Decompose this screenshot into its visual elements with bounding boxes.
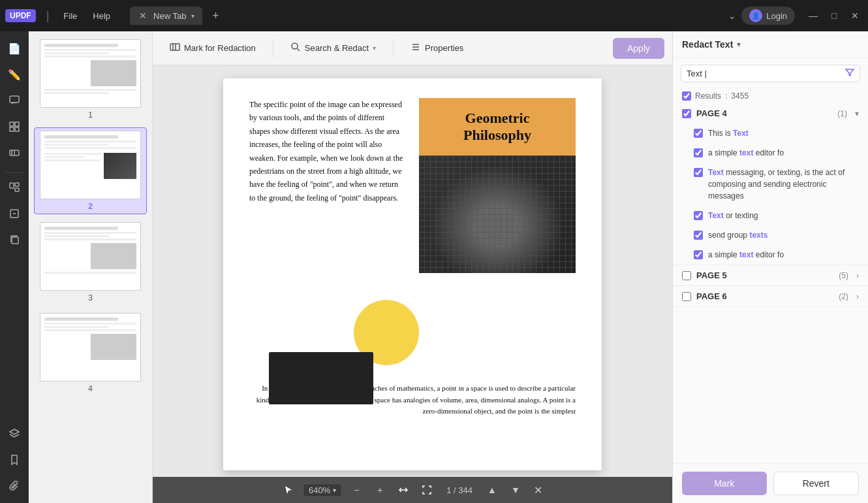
- page-group-header-4[interactable]: PAGE 4 (1) ▾: [673, 103, 868, 123]
- mark-redaction-icon: [170, 42, 180, 54]
- result-item[interactable]: This is Text: [673, 123, 868, 143]
- apply-button[interactable]: Apply: [613, 38, 664, 59]
- svg-rect-3: [10, 127, 14, 131]
- result-item[interactable]: Text or texting: [673, 206, 868, 225]
- result-3-text: Text messaging, or texting, is the act o…: [708, 167, 859, 202]
- search-redact-dropdown-icon[interactable]: ▾: [373, 44, 376, 52]
- sidebar-item-attachment[interactable]: [3, 474, 26, 498]
- mark-for-redaction-button[interactable]: Mark for Redaction: [161, 38, 265, 58]
- page-5-chevron-icon[interactable]: ›: [856, 271, 859, 280]
- tab-dropdown-icon[interactable]: ▾: [191, 12, 194, 20]
- minimize-button[interactable]: —: [805, 8, 821, 24]
- thumb-number-3: 3: [88, 293, 93, 302]
- thumbnail-3[interactable]: 3: [34, 219, 147, 305]
- sidebar-item-bookmark[interactable]: [3, 448, 26, 472]
- new-tab[interactable]: ✕ New Tab ▾: [130, 7, 202, 25]
- sidebar-icons: 📄 ✏️: [0, 31, 29, 503]
- thumb-img-2: [40, 131, 141, 199]
- result-4-text: Text or texting: [708, 210, 758, 221]
- thumbnail-4[interactable]: 4: [34, 310, 147, 396]
- zoom-in-button[interactable]: +: [371, 481, 389, 499]
- page-group-header-5[interactable]: PAGE 5 (5) ›: [673, 265, 868, 285]
- zoom-dropdown-icon[interactable]: ▾: [333, 487, 336, 494]
- svg-rect-8: [10, 183, 14, 188]
- titlebar-menu: File Help: [57, 8, 117, 24]
- page-5-checkbox[interactable]: [682, 271, 691, 280]
- bottom-close-button[interactable]: ✕: [530, 482, 546, 498]
- fit-width-button[interactable]: [394, 481, 412, 499]
- mark-button[interactable]: Mark: [682, 472, 767, 495]
- properties-button[interactable]: Properties: [401, 38, 473, 58]
- zoom-out-button[interactable]: −: [347, 481, 365, 499]
- login-label: Login: [766, 11, 787, 21]
- result-5-checkbox[interactable]: [694, 231, 703, 240]
- properties-icon: [411, 42, 421, 54]
- page-6-chevron-icon[interactable]: ›: [856, 292, 859, 301]
- result-4-checkbox[interactable]: [694, 211, 703, 220]
- toolbar-divider-1: [273, 39, 273, 57]
- page-6-count: (2): [839, 292, 848, 301]
- sidebar-item-copy[interactable]: [3, 228, 26, 252]
- right-panel-header: Redact Text ▾: [673, 31, 868, 58]
- maximize-button[interactable]: □: [826, 8, 842, 24]
- result-item[interactable]: Text messaging, or texting, is the act o…: [673, 163, 868, 206]
- page-4-checkbox[interactable]: [682, 109, 691, 118]
- thumb-number-4: 4: [88, 384, 93, 393]
- results-all-checkbox[interactable]: [682, 91, 691, 101]
- thumbnail-2[interactable]: 2: [34, 127, 147, 214]
- content-area: Mark for Redaction Search & Redact ▾ Pro…: [153, 31, 672, 503]
- sidebar-item-redact[interactable]: [3, 141, 26, 165]
- thumbnail-panel: 1 2: [29, 31, 153, 503]
- right-panel-dropdown-icon[interactable]: ▾: [737, 40, 741, 49]
- fit-page-button[interactable]: [418, 481, 436, 499]
- result-1-checkbox[interactable]: [694, 129, 703, 138]
- page-6-checkbox[interactable]: [682, 292, 691, 301]
- tab-close-icon[interactable]: ✕: [138, 10, 148, 21]
- sidebar-item-layout[interactable]: [3, 115, 26, 138]
- login-button[interactable]: 👤 Login: [741, 7, 795, 25]
- file-menu[interactable]: File: [57, 8, 84, 24]
- thumbnail-1[interactable]: 1: [34, 37, 147, 122]
- thumb-img-3: [40, 222, 141, 291]
- search-input[interactable]: [687, 69, 841, 78]
- svg-rect-0: [10, 96, 19, 103]
- sidebar-item-document[interactable]: 📄: [3, 37, 26, 60]
- collapse-icon[interactable]: ⌄: [728, 10, 736, 21]
- result-6-checkbox[interactable]: [694, 250, 703, 259]
- page-next-button[interactable]: ▼: [506, 481, 525, 499]
- search-redact-button[interactable]: Search & Redact ▾: [281, 38, 385, 58]
- zoom-value: 640%: [309, 485, 330, 495]
- select-tool-button[interactable]: [279, 481, 298, 499]
- sidebar-item-layers[interactable]: [3, 422, 26, 446]
- result-item[interactable]: a simple text editor fo: [673, 143, 868, 163]
- zoom-display[interactable]: 640% ▾: [303, 483, 342, 497]
- tab-add-button[interactable]: +: [208, 8, 223, 24]
- search-redact-icon: [290, 42, 301, 54]
- updf-logo[interactable]: UPDF: [5, 9, 36, 22]
- svg-rect-13: [12, 237, 18, 244]
- page-group-5: PAGE 5 (5) ›: [673, 265, 868, 286]
- result-item[interactable]: a simple text editor fo: [673, 245, 868, 265]
- result-3-checkbox[interactable]: [694, 168, 703, 177]
- page-group-header-6[interactable]: PAGE 6 (2) ›: [673, 286, 868, 306]
- sidebar-item-comment[interactable]: [3, 89, 26, 112]
- close-button[interactable]: ✕: [847, 8, 863, 24]
- tab-label: New Tab: [153, 11, 186, 21]
- page-prev-button[interactable]: ▲: [483, 481, 501, 499]
- result-2-checkbox[interactable]: [694, 148, 703, 157]
- help-menu[interactable]: Help: [86, 8, 117, 24]
- right-panel-title: Redact Text: [682, 39, 733, 50]
- result-item[interactable]: send group texts: [673, 225, 868, 245]
- sidebar-item-compress[interactable]: [3, 202, 26, 225]
- page-4-chevron-icon[interactable]: ▾: [855, 109, 859, 118]
- sidebar-item-organize[interactable]: [3, 176, 26, 199]
- sidebar-item-edit[interactable]: ✏️: [3, 63, 26, 86]
- page-current: 1: [446, 485, 451, 495]
- revert-button[interactable]: Revert: [773, 472, 860, 495]
- svg-point-17: [292, 43, 298, 49]
- pdf-image-title: Geometric Philosophy: [419, 98, 576, 155]
- pdf-viewer[interactable]: The specific point of the image can be e…: [153, 65, 672, 477]
- pdf-grid-image: [419, 155, 576, 273]
- filter-icon[interactable]: [845, 68, 854, 79]
- tab-bar: ✕ New Tab ▾ +: [130, 7, 723, 25]
